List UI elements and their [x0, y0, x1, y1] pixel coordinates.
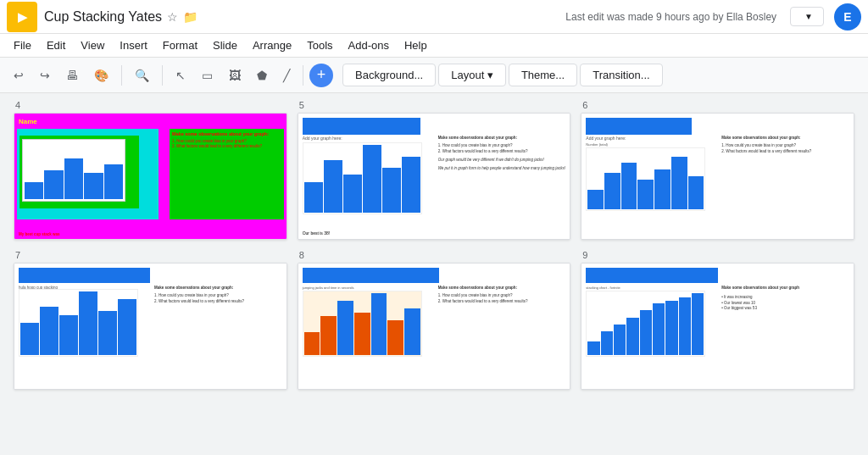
text-box-button[interactable]: ▭	[195, 64, 220, 87]
menu-format[interactable]: Format	[156, 36, 204, 54]
layout-label: Layout ▾	[451, 69, 493, 81]
chart-bar	[371, 293, 387, 355]
redo-button[interactable]: ↪	[33, 64, 57, 87]
profile-avatar[interactable]: E	[834, 3, 861, 31]
background-label: Background...	[355, 69, 423, 81]
slide6-add-graph: Add your graph here:	[586, 136, 705, 141]
menu-view[interactable]: View	[74, 36, 111, 54]
slide5-answer1: Our graph would be very different if we …	[438, 158, 566, 164]
undo-button[interactable]: ↩	[7, 64, 31, 87]
slide5-add-graph: Add your graph here:	[303, 136, 422, 141]
menu-help[interactable]: Help	[398, 36, 434, 54]
chart-bar	[654, 169, 670, 209]
slide9-title: stacking chart - fortnite	[586, 286, 705, 290]
chart-bar	[324, 160, 342, 213]
chart-bar	[587, 341, 599, 355]
slide8-obs-title: Make some observations about your graph:	[438, 286, 566, 291]
chart-bar	[337, 301, 353, 355]
chart-bar	[320, 316, 337, 355]
line-button[interactable]: ╱	[276, 64, 297, 87]
star-icon[interactable]: ☆	[167, 10, 178, 24]
zoom-button[interactable]: 🔍	[128, 64, 156, 87]
slide-thumb-6[interactable]: Add your graph here: Number (total)	[581, 113, 854, 240]
transition-button[interactable]: Transition...	[580, 64, 662, 86]
slide-container-4: 4 Name Make some observations about your…	[14, 100, 287, 240]
image-button[interactable]: 🖼	[222, 64, 248, 87]
slide-thumb-5[interactable]: Add your graph here: Make some observati…	[298, 113, 571, 240]
menu-slide[interactable]: Slide	[206, 36, 244, 54]
chart-bar	[653, 303, 665, 355]
slide6-obs-title: Make some observations about your graph:	[721, 136, 849, 141]
chart-bar	[104, 164, 123, 199]
slide-container-9: 9 stacking chart - fortnite	[581, 250, 854, 390]
shape-button[interactable]: ⬟	[250, 64, 274, 87]
slide-thumb-7[interactable]: hula hoop cup stacking Make some observa…	[14, 263, 287, 390]
slide7-chart	[19, 289, 138, 357]
slide9-answer1: • It was increasing	[721, 295, 849, 301]
slide7-obs: Make some observations about your graph:…	[154, 286, 282, 304]
menu-arrange[interactable]: Arrange	[246, 36, 298, 54]
slide9-answer2: • Our lowest was 10	[721, 301, 849, 307]
menu-file[interactable]: File	[7, 36, 38, 54]
slide5-answer2: We put it in graph form to help people u…	[438, 166, 566, 172]
slide8-obs-2: 2. What factors would lead to a very dif…	[438, 299, 566, 305]
select-tool-button[interactable]: ↖	[169, 64, 192, 87]
chart-bar	[679, 297, 691, 355]
slide5-header	[303, 118, 421, 135]
chart-bar	[40, 307, 58, 355]
chart-bar	[343, 175, 362, 213]
slide9-obs: Make some observations about your graph …	[721, 286, 849, 312]
menu-addons[interactable]: Add-ons	[342, 36, 396, 54]
slide-number-7: 7	[14, 250, 287, 260]
background-button[interactable]: Background...	[342, 64, 436, 86]
chart-bar	[587, 190, 604, 209]
chart-bar	[118, 299, 136, 355]
title-bar: ▶ Cup Stacking Yates ☆ 📁 Last edit was m…	[0, 0, 868, 34]
slide6-obs: Make some observations about your graph:…	[721, 136, 849, 154]
slide-thumb-4[interactable]: Name Make some observations about your g…	[14, 113, 287, 240]
chart-bar	[665, 301, 677, 355]
print-button[interactable]: 🖶	[59, 64, 85, 87]
slide8-chart	[303, 291, 422, 357]
chart-bar	[604, 173, 620, 209]
slide-thumb-9[interactable]: stacking chart - fortnite	[581, 263, 854, 390]
separator-2	[162, 65, 163, 86]
theme-button[interactable]: Theme...	[509, 64, 577, 86]
slide9-chart-wrap: stacking chart - fortnite	[586, 286, 705, 362]
menu-edit[interactable]: Edit	[40, 36, 72, 54]
slide8-title: jumping jacks and time in seconds	[303, 286, 422, 290]
chart-bar	[688, 176, 704, 209]
chart-bar	[25, 182, 43, 199]
slide8-obs: Make some observations about your graph:…	[438, 286, 566, 304]
add-slide-button[interactable]: +	[309, 64, 333, 87]
chart-bar	[79, 291, 97, 355]
slide5-obs: Make some observations about your graph:…	[438, 136, 566, 172]
slide4-obs-box: Make some observations about your graph:…	[170, 129, 284, 219]
slide-number-5: 5	[298, 100, 571, 110]
chart-bar	[692, 293, 704, 355]
slide5-best: Our best is 38!	[303, 230, 331, 236]
present-button[interactable]: ▼	[790, 7, 824, 26]
paint-format-button[interactable]: 🎨	[87, 64, 115, 87]
folder-icon[interactable]: 📁	[183, 10, 198, 24]
chart-bar	[614, 325, 626, 355]
chart-bar	[44, 170, 63, 199]
chart-bar	[363, 145, 381, 213]
slide-thumb-8[interactable]: jumping jacks and time in seconds M	[298, 263, 571, 390]
slide9-header	[586, 268, 717, 283]
slide7-header	[19, 268, 150, 283]
slide6-obs-2: 2. What factors would lead to a very dif…	[721, 149, 849, 155]
slide5-obs-2: 2. What factors would lead to a very dif…	[438, 149, 566, 155]
doc-title: Cup Stacking Yates	[44, 9, 162, 25]
slide-container-8: 8 jumping jacks and time in seconds	[298, 250, 571, 390]
chart-bar	[640, 310, 652, 355]
main-content: 4 Name Make some observations about your…	[0, 93, 868, 455]
layout-button[interactable]: Layout ▾	[438, 64, 506, 86]
menu-tools[interactable]: Tools	[300, 36, 339, 54]
slide6-header	[586, 118, 691, 135]
chart-bar	[387, 320, 403, 355]
chart-bar	[98, 311, 117, 355]
chart-bar	[621, 163, 637, 209]
menu-insert[interactable]: Insert	[113, 36, 154, 54]
chevron-down-icon: ▼	[804, 12, 813, 21]
